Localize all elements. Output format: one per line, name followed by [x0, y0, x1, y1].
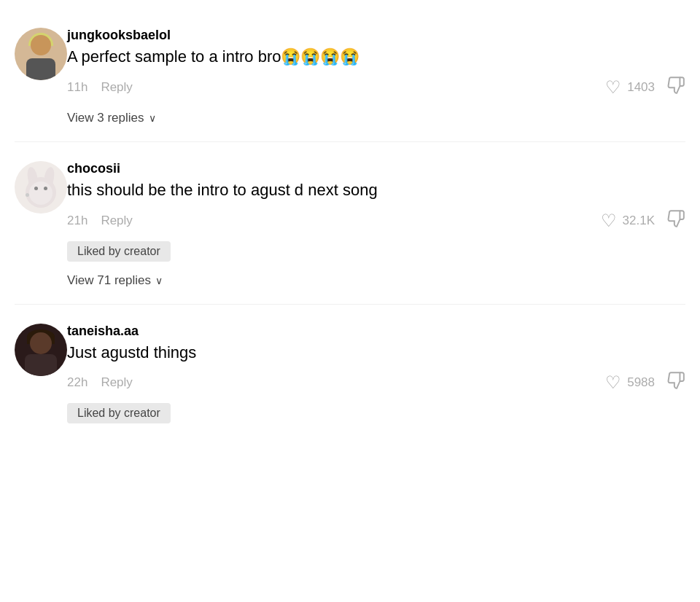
like-count: 1403 — [627, 80, 655, 95]
dislike-icon[interactable] — [666, 209, 685, 232]
comment-text: Just agustd things — [67, 342, 685, 364]
heart-icon[interactable]: ♡ — [605, 77, 621, 98]
comment-meta: 11h Reply ♡ 1403 — [67, 76, 685, 99]
heart-icon[interactable]: ♡ — [601, 211, 617, 231]
heart-icon[interactable]: ♡ — [605, 372, 621, 393]
reply-button[interactable]: Reply — [101, 214, 132, 228]
comment-username[interactable]: chocosii — [67, 161, 685, 176]
dislike-icon[interactable] — [666, 76, 685, 99]
comment-text: this should be the intro to agust d next… — [67, 179, 685, 202]
divider — [15, 304, 685, 305]
like-section: ♡ 5988 — [605, 371, 685, 394]
comment-username[interactable]: taneisha.aa — [67, 324, 685, 339]
comment-meta: 21h Reply ♡ 32.1K — [67, 209, 685, 232]
like-count: 32.1K — [623, 214, 655, 228]
liked-by-creator-badge: Liked by creator — [67, 241, 171, 262]
comment-time: 22h — [67, 375, 88, 390]
comment-item: taneisha.aa Just agustd things 22h Reply… — [15, 310, 685, 437]
comment-body: taneisha.aa Just agustd things 22h Reply… — [67, 324, 685, 430]
reply-button[interactable]: Reply — [101, 375, 132, 390]
like-section: ♡ 1403 — [605, 76, 685, 99]
view-replies-button[interactable]: View 3 replies ∨ — [67, 105, 156, 128]
reply-button[interactable]: Reply — [101, 80, 132, 95]
comment-time: 21h — [67, 214, 88, 228]
view-replies-label: View 3 replies — [67, 111, 144, 125]
chevron-down-icon: ∨ — [155, 275, 163, 286]
avatar — [15, 28, 67, 80]
comment-text: A perfect sample to a intro bro😭😭😭😭 — [67, 46, 685, 69]
comment-item: chocosii this should be the intro to agu… — [15, 148, 685, 298]
comment-meta: 22h Reply ♡ 5988 — [67, 371, 685, 394]
avatar — [15, 324, 67, 376]
liked-by-creator-badge: Liked by creator — [67, 403, 171, 423]
comment-item: jungkooksbaelol A perfect sample to a in… — [15, 15, 685, 136]
view-replies-button[interactable]: View 71 replies ∨ — [67, 267, 163, 291]
view-replies-label: View 71 replies — [67, 273, 151, 288]
dislike-icon[interactable] — [666, 371, 685, 394]
comment-body: jungkooksbaelol A perfect sample to a in… — [67, 28, 685, 128]
comment-time: 11h — [67, 80, 88, 95]
like-count: 5988 — [627, 375, 655, 390]
avatar — [15, 161, 67, 214]
chevron-down-icon: ∨ — [149, 112, 156, 124]
comment-body: chocosii this should be the intro to agu… — [67, 161, 685, 291]
comment-username[interactable]: jungkooksbaelol — [67, 28, 685, 43]
like-section: ♡ 32.1K — [601, 209, 685, 232]
divider — [15, 141, 685, 142]
